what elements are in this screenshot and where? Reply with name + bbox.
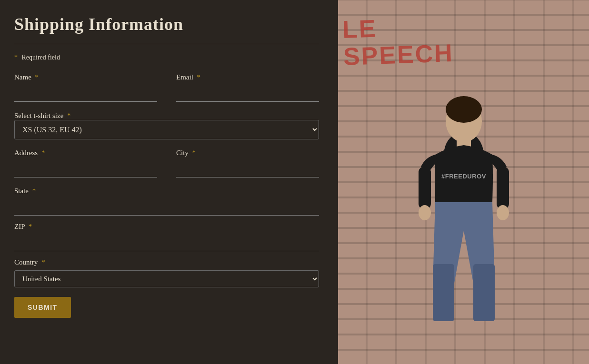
svg-point-6 [419,205,431,220]
zip-label: ZIP * [14,223,319,231]
name-required-star: * [35,73,39,81]
city-required-star: * [192,149,196,157]
country-required-star: * [41,258,45,266]
name-email-row: Name * Email * [14,73,319,107]
state-required-star: * [32,187,36,195]
address-city-row: Address * City * [14,149,319,182]
zip-required-star: * [29,223,32,230]
tshirt-size-label: Select t-shirt size * [14,112,73,119]
svg-point-2 [446,96,482,123]
city-label: City * [176,149,319,157]
name-input[interactable] [14,85,157,102]
divider [14,44,319,44]
shipping-form: Name * Email * Select t-shirt size * XS … [14,73,319,318]
email-input[interactable] [176,85,319,102]
svg-rect-9 [473,264,495,321]
person-figure: #FREEDUROV [392,79,535,364]
zip-input[interactable] [14,235,319,251]
email-label: Email * [176,73,319,81]
address-required-star: * [41,149,45,157]
submit-button[interactable]: SUBMIT [14,297,71,318]
state-label: State * [14,187,319,195]
tshirt-size-select[interactable]: XS (US 32, EU 42) S (US 34, EU 44) M (US… [14,120,319,139]
tshirt-size-group: Select t-shirt size * XS (US 32, EU 42) … [14,111,319,139]
required-note: * Required field [14,54,319,61]
background-image: LESPEECH [338,0,589,364]
svg-rect-8 [433,264,454,321]
page-title: Shipping Information [14,14,319,34]
svg-rect-5 [497,167,509,209]
state-group: State * [14,187,319,216]
city-group: City * [176,149,319,177]
email-required-star: * [197,73,201,81]
country-group: Country * United States Canada United Ki… [14,258,319,287]
email-group: Email * [176,73,319,102]
address-group: Address * [14,149,157,177]
svg-text:#FREEDUROV: #FREEDUROV [441,173,486,180]
name-group: Name * [14,73,157,102]
svg-point-7 [497,205,509,220]
image-panel: LESPEECH [338,0,589,364]
address-input[interactable] [14,161,157,177]
state-input[interactable] [14,199,319,216]
wall-text: LESPEECH [342,12,454,70]
svg-rect-4 [419,167,431,209]
city-input[interactable] [176,161,319,177]
country-select[interactable]: United States Canada United Kingdom Germ… [14,270,319,287]
name-label: Name * [14,73,157,81]
zip-group: ZIP * [14,223,319,251]
country-label: Country * [14,258,319,266]
tshirt-required-star: * [67,112,71,119]
required-star-note: * [14,54,18,61]
form-panel: Shipping Information * Required field Na… [0,0,338,364]
address-label: Address * [14,149,157,157]
